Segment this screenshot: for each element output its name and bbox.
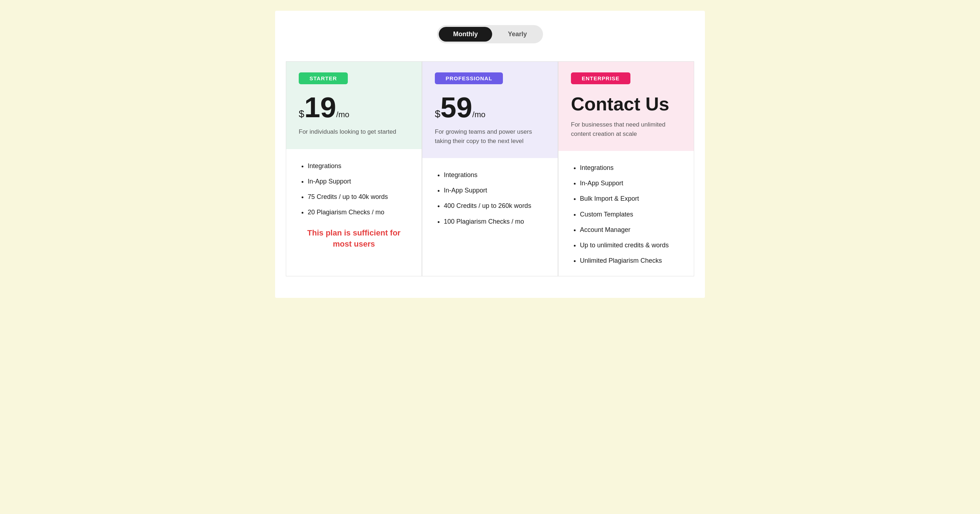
list-item: 20 Plagiarism Checks / mo bbox=[308, 208, 409, 217]
list-item: Integrations bbox=[580, 163, 681, 172]
list-item: Unlimited Plagiarism Checks bbox=[580, 256, 681, 265]
list-item: 75 Credits / up to 40k words bbox=[308, 193, 409, 201]
professional-features: Integrations In-App Support 400 Credits … bbox=[435, 171, 545, 226]
list-item: In-App Support bbox=[308, 177, 409, 186]
professional-period: /mo bbox=[473, 110, 486, 119]
starter-description: For individuals looking to get started bbox=[299, 127, 409, 137]
list-item: Bulk Import & Export bbox=[580, 194, 681, 203]
enterprise-body: Integrations In-App Support Bulk Import … bbox=[558, 151, 694, 276]
pricing-cards: STARTER $ 19 /mo For individuals looking… bbox=[286, 61, 694, 276]
enterprise-header: ENTERPRISE Contact Us For businesses tha… bbox=[558, 62, 694, 151]
professional-card: PROFESSIONAL $ 59 /mo For growing teams … bbox=[422, 61, 558, 276]
enterprise-card: ENTERPRISE Contact Us For businesses tha… bbox=[558, 61, 694, 276]
list-item: Custom Templates bbox=[580, 210, 681, 219]
sufficient-note: This plan is sufficient for most users bbox=[299, 228, 409, 250]
list-item: In-App Support bbox=[580, 179, 681, 188]
professional-dollar: $ bbox=[435, 108, 441, 120]
starter-amount: 19 bbox=[304, 93, 336, 122]
list-item: Account Manager bbox=[580, 225, 681, 235]
enterprise-description: For businesses that need unlimited conte… bbox=[571, 120, 681, 138]
starter-dollar: $ bbox=[299, 108, 304, 120]
professional-header: PROFESSIONAL $ 59 /mo For growing teams … bbox=[422, 62, 558, 158]
billing-toggle: Monthly Yearly bbox=[437, 25, 543, 43]
list-item: 400 Credits / up to 260k words bbox=[444, 201, 545, 211]
enterprise-features: Integrations In-App Support Bulk Import … bbox=[571, 163, 681, 265]
pricing-page: Monthly Yearly STARTER $ 19 /mo For indi… bbox=[275, 11, 705, 298]
yearly-toggle[interactable]: Yearly bbox=[493, 27, 541, 42]
list-item: 100 Plagiarism Checks / mo bbox=[444, 217, 545, 226]
starter-price-container: $ 19 /mo bbox=[299, 93, 409, 122]
starter-card: STARTER $ 19 /mo For individuals looking… bbox=[286, 61, 422, 276]
list-item: Up to unlimited credits & words bbox=[580, 241, 681, 250]
starter-header: STARTER $ 19 /mo For individuals looking… bbox=[286, 62, 422, 149]
professional-description: For growing teams and power users taking… bbox=[435, 127, 545, 145]
enterprise-contact: Contact Us bbox=[571, 93, 681, 115]
enterprise-badge: ENTERPRISE bbox=[571, 72, 630, 84]
list-item: In-App Support bbox=[444, 186, 545, 195]
professional-amount: 59 bbox=[441, 93, 473, 122]
list-item: Integrations bbox=[308, 162, 409, 171]
professional-price-container: $ 59 /mo bbox=[435, 93, 545, 122]
starter-body: Integrations In-App Support 75 Credits /… bbox=[286, 149, 422, 276]
monthly-toggle[interactable]: Monthly bbox=[439, 27, 492, 42]
billing-toggle-container: Monthly Yearly bbox=[286, 25, 694, 43]
starter-badge: STARTER bbox=[299, 72, 348, 84]
starter-period: /mo bbox=[336, 110, 350, 119]
professional-body: Integrations In-App Support 400 Credits … bbox=[422, 158, 558, 276]
starter-features: Integrations In-App Support 75 Credits /… bbox=[299, 162, 409, 217]
professional-badge: PROFESSIONAL bbox=[435, 72, 503, 84]
list-item: Integrations bbox=[444, 171, 545, 180]
